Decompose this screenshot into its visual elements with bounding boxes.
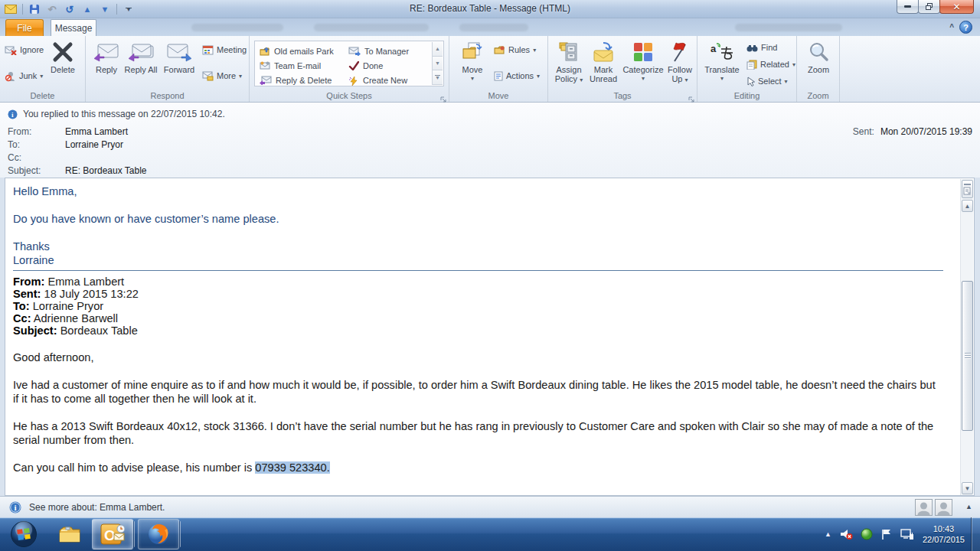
quick-step-old-emails-park[interactable]: Old emails Park: [260, 45, 334, 57]
person-silhouette-icon: [916, 500, 932, 515]
window-controls: ✕: [897, 0, 974, 14]
taskbar-firefox-button[interactable]: [138, 519, 179, 549]
scroll-up-button[interactable]: ▲: [962, 200, 973, 212]
follow-up-button[interactable]: Follow Up ▾: [664, 39, 696, 85]
help-button[interactable]: ?: [959, 21, 972, 34]
gallery-more-icon[interactable]: ▼: [432, 70, 443, 85]
chevron-down-icon: ▾: [537, 73, 540, 80]
message-body[interactable]: Hello Emma, Do you have known or have cu…: [5, 178, 975, 496]
zoom-button[interactable]: Zoom: [803, 39, 834, 74]
categorize-button[interactable]: Categorize ▾: [621, 39, 665, 83]
meeting-button[interactable]: Meeting: [202, 43, 247, 57]
vertical-scrollbar[interactable]: ▲ ▼: [960, 179, 973, 495]
network-icon[interactable]: [900, 528, 914, 540]
group-label-quick-steps: Quick Steps: [250, 91, 449, 100]
minimize-button[interactable]: [897, 0, 919, 14]
select-button[interactable]: Select ▾: [746, 74, 788, 88]
hidden-icons-chevron[interactable]: ▲: [825, 530, 831, 538]
reply-all-button[interactable]: Reply All: [124, 39, 158, 74]
arrow-down-icon: ▼: [965, 485, 971, 492]
show-desktop-button[interactable]: [971, 517, 980, 551]
follow-up-flag-icon: [670, 41, 690, 63]
sent-line: Sent:Mon 20/07/2015 19:39: [853, 126, 972, 137]
message-text: Hello Emma, Do you have known or have cu…: [13, 184, 943, 474]
quick-steps-scroll: ▲ ▼ ▼: [432, 42, 443, 85]
tab-file[interactable]: File: [5, 19, 44, 36]
tab-message[interactable]: Message: [51, 19, 96, 36]
from-value: Emma Lambert: [65, 126, 128, 137]
quick-step-reply-delete[interactable]: Reply & Delete: [260, 74, 332, 86]
status-orb-icon[interactable]: [861, 528, 873, 540]
expand-people-pane-icon[interactable]: ▲: [965, 503, 972, 510]
close-button[interactable]: ✕: [939, 0, 974, 14]
translate-button[interactable]: a Translate ▾: [702, 39, 742, 83]
taskbar-outlook-button[interactable]: O: [92, 519, 133, 549]
ribbon-group-zoom: Zoom Zoom: [797, 36, 840, 102]
mark-unread-button[interactable]: Mark Unread: [586, 39, 620, 83]
avatar[interactable]: [935, 499, 952, 516]
restore-button[interactable]: [918, 0, 940, 14]
junk-icon: [5, 70, 16, 82]
forward-button[interactable]: Forward: [159, 39, 199, 74]
ribbon-tab-row: File Message ^ ?: [0, 18, 980, 36]
scrollbar-thumb[interactable]: [962, 281, 973, 431]
clock-time: 10:43: [923, 523, 965, 534]
scroll-up-icon[interactable]: ▲: [432, 42, 443, 57]
chevron-down-icon: ▾: [642, 74, 645, 83]
arrow-up-icon: ▲: [965, 203, 971, 210]
dialog-launcher-icon[interactable]: [439, 93, 447, 100]
quick-step-team-email[interactable]: Team E-mail: [260, 60, 321, 72]
zoom-magnifier-icon: [808, 41, 829, 63]
ignore-button[interactable]: Ignore: [5, 43, 44, 57]
start-button[interactable]: [3, 519, 44, 549]
minimize-icon: [904, 5, 911, 8]
quick-steps-gallery: Old emails Park Team E-mail Reply & Dele…: [254, 41, 444, 86]
move-folder-icon: [461, 41, 484, 63]
move-button[interactable]: Move ▾: [456, 39, 489, 83]
quick-step-done[interactable]: Done: [348, 60, 383, 72]
create-new-bolt-icon: [348, 76, 359, 86]
find-button[interactable]: Find: [746, 41, 777, 54]
scroll-down-button[interactable]: ▼: [962, 482, 973, 494]
collapse-ribbon-icon[interactable]: ^: [949, 23, 954, 31]
info-icon: i: [9, 501, 21, 514]
paragraph-1: Ive had a customer of mine enquire as to…: [13, 378, 943, 406]
delete-button[interactable]: Delete: [44, 39, 81, 74]
scroll-down-icon[interactable]: ▼: [432, 57, 443, 71]
forward-envelope-icon: [166, 42, 192, 62]
assign-policy-button[interactable]: Assign Policy ▾: [551, 39, 586, 85]
to-label: To:: [8, 139, 20, 150]
highlighted-phone-number: 07939 523340.: [255, 461, 329, 474]
taskbar-explorer-button[interactable]: [49, 519, 90, 549]
reply-button[interactable]: Reply: [90, 39, 122, 74]
action-center-flag-icon[interactable]: [880, 528, 893, 540]
quoted-cc: Cc: Adrienne Barwell: [13, 312, 943, 324]
stacked-windows-indicator: [179, 521, 181, 547]
actions-button[interactable]: Actions ▾: [494, 69, 540, 83]
close-icon: ✕: [952, 2, 960, 12]
related-button[interactable]: Related ▾: [746, 57, 795, 71]
avatar[interactable]: [915, 499, 933, 516]
chevron-down-icon: ▾: [471, 74, 474, 83]
svg-text:i: i: [14, 503, 16, 512]
team-email-icon: [260, 61, 270, 70]
page-icon: [963, 187, 972, 195]
more-respond-button[interactable]: More ▾: [202, 69, 242, 83]
window-title: RE: Bordeaux Table - Message (HTML): [0, 3, 980, 14]
rules-button[interactable]: Rules ▾: [494, 43, 536, 57]
delete-x-icon: [51, 41, 74, 64]
dialog-launcher-icon[interactable]: [688, 93, 695, 100]
volume-muted-icon[interactable]: [839, 528, 853, 540]
chevron-down-icon: ▾: [533, 47, 536, 54]
quick-step-to-manager[interactable]: To Manager: [348, 45, 409, 57]
quoted-sent: Sent: 18 July 2015 13:22: [13, 288, 943, 300]
split-handle[interactable]: [962, 180, 973, 198]
taskbar-clock[interactable]: 10:43 22/07/2015: [923, 523, 965, 545]
rules-folder-icon: [494, 45, 505, 54]
signoff-line: Lorraine: [13, 253, 943, 267]
taskbar: O ▲: [0, 517, 980, 551]
quick-step-create-new[interactable]: Create New: [348, 74, 407, 86]
junk-button[interactable]: Junk ▾: [5, 69, 43, 83]
ribbon-group-delete: Ignore Junk ▾ Delete Delete: [0, 36, 86, 102]
outlook-message-window: ↶ ↺ ▲ ▼ ▾ RE: Bordeaux Table - Message (…: [0, 0, 980, 551]
